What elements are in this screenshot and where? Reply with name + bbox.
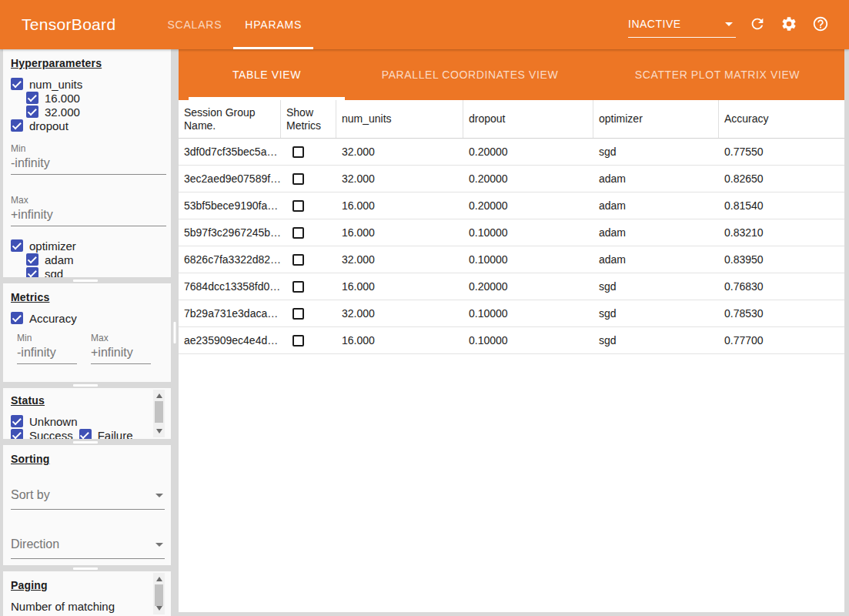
view-tabs: TABLE VIEW PARALLEL COORDINATES VIEW SCA… [179,49,844,100]
checked-checkbox-icon[interactable] [11,429,23,439]
show-metrics-checkbox[interactable] [292,200,304,212]
table-row: 5b97f3c2967245b… 16.000 0.10000 adam 0.8… [179,219,844,246]
status-failure[interactable]: Failure [76,428,133,439]
num-units-cell: 16.000 [336,226,463,239]
hparam-value-label: adam [45,253,74,266]
hparam-label: dropout [29,119,69,132]
hparam-optimizer[interactable]: optimizer [8,239,165,253]
num-units-cell: 32.000 [336,146,463,158]
app-title: TensorBoard [22,15,115,34]
scroll-up-icon[interactable] [156,393,162,398]
show-metrics-checkbox[interactable] [292,227,304,239]
hparam-dropout[interactable]: dropout [8,119,165,132]
metric-min-field: Min -infinity [17,333,77,364]
scrollbar-thumb[interactable] [155,401,163,423]
tab-table-view[interactable]: TABLE VIEW [189,49,345,100]
sort-by-value: Sort by [11,488,50,502]
status-label: Unknown [29,415,78,428]
session-group-name-cell: 53bf5bece9190fa… [179,199,281,212]
show-metrics-cell [281,335,336,346]
help-icon[interactable] [812,15,831,34]
column-header-dropout: dropout [463,100,593,138]
show-metrics-checkbox[interactable] [292,281,304,293]
session-group-name-cell: 5b97f3c2967245b… [179,226,281,239]
tab-hparams[interactable]: HPARAMS [233,0,313,49]
scrollbar-thumb[interactable] [155,584,163,606]
checked-checkbox-icon[interactable] [26,92,38,104]
checked-checkbox-icon[interactable] [11,119,23,132]
status-label: Success [29,429,73,440]
splitter-drag-handle[interactable] [174,322,176,343]
hparam-optimizer-value-adam[interactable]: adam [23,253,165,266]
checked-checkbox-icon[interactable] [11,78,23,90]
session-group-name-cell: ae235909ec4e4d… [179,334,281,346]
metric-accuracy[interactable]: Accuracy [8,311,165,325]
status-scrollbar[interactable] [153,390,165,437]
min-input[interactable]: -infinity [17,343,77,364]
show-metrics-checkbox[interactable] [292,308,304,320]
table-header: Session Group Name. Show Metrics num_uni… [179,100,844,139]
chevron-down-icon [725,22,733,26]
accuracy-cell: 0.76830 [719,280,844,293]
refresh-icon[interactable] [749,15,767,34]
metrics-heading: Metrics [11,291,165,303]
checked-checkbox-icon[interactable] [11,312,23,324]
hparam-num-units-value-32[interactable]: 32.000 [23,105,165,119]
status-heading: Status [11,394,165,407]
hparam-num-units-value-16[interactable]: 16.000 [23,91,165,105]
max-label: Max [91,333,151,343]
tab-scatter-plot-matrix-view[interactable]: SCATTER PLOT MATRIX VIEW [595,49,840,100]
checked-checkbox-icon[interactable] [11,415,23,427]
hparam-value-label: 16.000 [45,92,80,105]
show-metrics-cell [281,146,336,158]
table-row: 3ec2aed9e07589f… 32.000 0.20000 adam 0.8… [179,166,844,192]
status-success[interactable]: Success [8,428,73,439]
divider-drag-handle[interactable] [73,567,98,570]
reload-status-select[interactable]: INACTIVE [628,18,736,38]
accuracy-cell: 0.78530 [719,307,844,320]
scroll-down-icon[interactable] [156,429,162,434]
hparam-optimizer-group: optimizer adam sgd [8,239,165,277]
settings-gear-icon[interactable] [780,15,799,34]
checked-checkbox-icon[interactable] [11,239,23,252]
pane-divider [0,565,171,571]
show-metrics-checkbox[interactable] [292,146,304,158]
hparam-optimizer-value-sgd[interactable]: sgd [23,266,165,277]
checked-checkbox-icon[interactable] [26,253,38,266]
divider-drag-handle[interactable] [73,384,98,387]
optimizer-cell: adam [593,172,719,185]
show-metrics-cell [281,173,336,185]
main-area: TABLE VIEW PARALLEL COORDINATES VIEW SCA… [179,49,849,616]
status-label: Failure [98,429,133,440]
column-header-optimizer: optimizer [593,100,719,138]
chevron-down-icon [155,543,163,547]
divider-drag-handle[interactable] [73,441,98,444]
tab-parallel-coordinates-view[interactable]: PARALLEL COORDINATES VIEW [345,49,595,100]
show-metrics-checkbox[interactable] [292,335,304,346]
min-input[interactable]: -infinity [11,154,166,175]
max-input[interactable]: +infinity [91,343,151,364]
hparam-num-units[interactable]: num_units [8,77,165,91]
show-metrics-checkbox[interactable] [292,254,304,266]
checked-checkbox-icon[interactable] [26,105,38,118]
show-metrics-checkbox[interactable] [292,173,304,185]
checked-checkbox-icon[interactable] [26,267,38,277]
status-unknown[interactable]: Unknown [8,414,78,428]
tab-scalars[interactable]: SCALARS [155,0,233,49]
scroll-down-icon[interactable] [156,606,162,611]
num-units-cell: 16.000 [336,280,463,293]
column-header-show-metrics: Show Metrics [281,100,336,138]
column-header-num-units: num_units [336,100,463,138]
max-input[interactable]: +infinity [11,206,166,226]
scroll-up-icon[interactable] [156,577,162,581]
divider-drag-handle[interactable] [73,280,98,282]
show-metrics-cell [281,227,336,239]
hparams-view: TABLE VIEW PARALLEL COORDINATES VIEW SCA… [179,49,844,612]
direction-select[interactable]: Direction [11,537,165,559]
sort-by-select[interactable]: Sort by [11,488,165,510]
paging-scrollbar[interactable] [153,573,165,614]
direction-value: Direction [11,537,59,551]
min-label: Min [11,143,166,154]
table-body: 3df0d7cf35bec5a… 32.000 0.20000 sgd 0.77… [179,139,844,354]
checked-checkbox-icon[interactable] [79,429,92,439]
